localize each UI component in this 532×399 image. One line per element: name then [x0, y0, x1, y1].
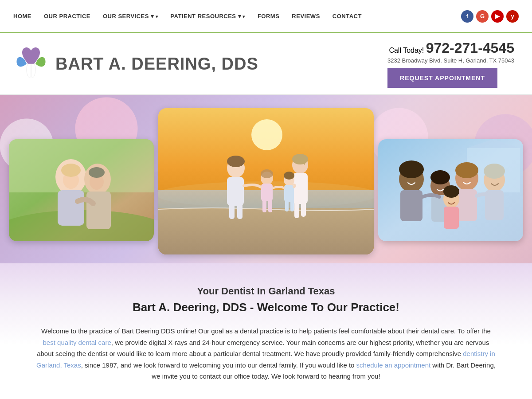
content-text-3: , since 1987, and we look forward to wel… [81, 361, 356, 369]
svg-point-13 [251, 119, 282, 150]
svg-rect-28 [301, 201, 306, 217]
yelp-icon[interactable]: y [506, 10, 519, 23]
photo-family-beach [158, 108, 374, 254]
svg-point-35 [261, 169, 273, 178]
svg-point-50 [399, 160, 424, 178]
address: 3232 Broadway Blvd. Suite H, Garland, TX… [387, 57, 514, 64]
hero-section [0, 95, 532, 263]
nav-forms[interactable]: FORMS [258, 13, 279, 20]
svg-rect-49 [444, 207, 459, 229]
nav-contact[interactable]: CONTACT [332, 13, 362, 20]
svg-rect-32 [290, 199, 294, 211]
request-appointment-button[interactable]: REQUEST APPOINTMENT [387, 68, 497, 88]
svg-rect-16 [158, 208, 374, 254]
svg-point-11 [89, 167, 105, 178]
nav-patient-resources[interactable]: PATIENT RESOURCES ▾ [170, 13, 245, 20]
svg-rect-5 [58, 190, 84, 226]
header-right: Call Today! 972-271-4545 3232 Broadway B… [387, 40, 514, 88]
svg-rect-7 [86, 192, 111, 229]
svg-rect-27 [294, 201, 299, 218]
call-today-text: Call Today! [389, 47, 424, 54]
svg-rect-19 [229, 201, 235, 219]
content-subtitle: Your Dentist In Garland Texas [35, 286, 497, 297]
social-icons: f G ▶ y [461, 10, 519, 23]
google-icon[interactable]: G [476, 10, 489, 23]
phone-number: 972-271-4545 [426, 40, 514, 56]
nav-links: HOME OUR PRACTICE OUR SERVICES ▾ PATIENT… [13, 13, 362, 20]
content-section: Your Dentist In Garland Texas Bart A. De… [0, 263, 532, 399]
practice-name: BART A. DEERING, DDS [55, 55, 258, 74]
svg-rect-22 [261, 184, 273, 201]
svg-rect-20 [237, 203, 243, 219]
svg-rect-31 [285, 199, 289, 211]
facebook-icon[interactable]: f [461, 10, 473, 23]
photo-family-group [378, 139, 523, 241]
nav-home[interactable]: HOME [13, 13, 31, 20]
svg-point-10 [61, 164, 81, 177]
svg-rect-24 [268, 199, 272, 212]
nav-our-services[interactable]: OUR SERVICES ▾ [103, 13, 158, 20]
logo-icon [13, 44, 49, 84]
nav-reviews[interactable]: REVIEWS [292, 13, 320, 20]
svg-rect-18 [227, 177, 244, 206]
schedule-appointment-link[interactable]: schedule an appointment [356, 361, 431, 369]
svg-point-33 [227, 156, 245, 167]
youtube-icon[interactable]: ▶ [491, 10, 504, 23]
nav-our-practice[interactable]: OUR PRACTICE [44, 13, 90, 20]
svg-point-51 [430, 170, 450, 184]
header-section: BART A. DEERING, DDS Call Today! 972-271… [0, 33, 532, 95]
svg-rect-26 [293, 173, 308, 204]
svg-rect-23 [262, 199, 266, 212]
best-quality-dental-care-link[interactable]: best quality dental care [43, 339, 111, 346]
content-main-title: Bart A. Deering, DDS - Welcome To Our Pr… [35, 301, 497, 314]
call-label: Call Today! 972-271-4545 [387, 40, 514, 56]
svg-point-54 [443, 185, 459, 198]
svg-point-53 [484, 164, 505, 179]
content-paragraph: Welcome to the practice of Bart Deering … [35, 325, 497, 382]
photo-elderly-couple [9, 139, 154, 241]
svg-point-36 [284, 172, 294, 180]
navigation: HOME OUR PRACTICE OUR SERVICES ▾ PATIENT… [0, 0, 532, 33]
logo-area: BART A. DEERING, DDS [13, 44, 258, 84]
svg-rect-41 [400, 190, 422, 221]
content-text-1: Welcome to the practice of Bart Deering … [41, 327, 491, 335]
hero-photos-row [0, 108, 532, 254]
svg-rect-45 [457, 189, 477, 221]
